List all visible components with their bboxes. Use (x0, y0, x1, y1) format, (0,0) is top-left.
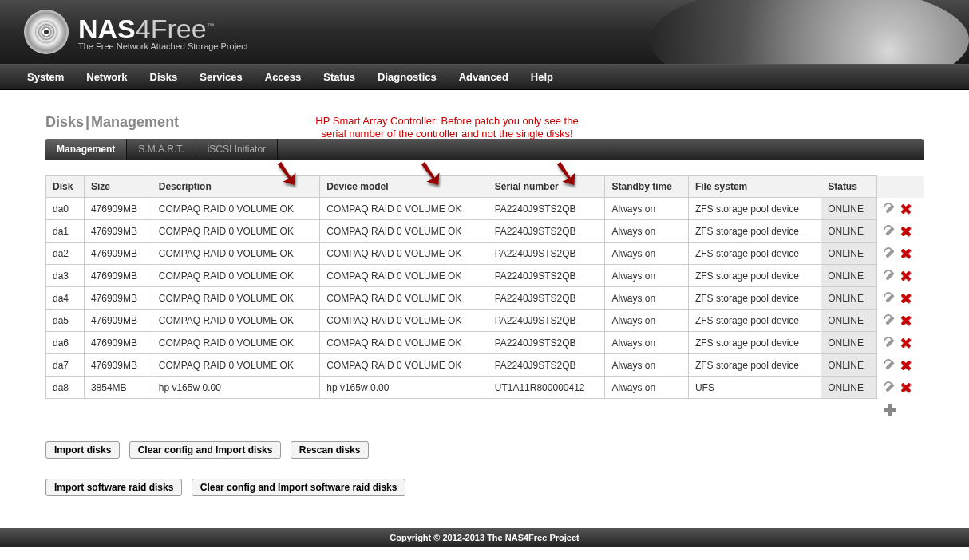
delete-icon[interactable] (900, 359, 912, 372)
cell-disk: da5 (46, 310, 85, 332)
nav-access[interactable]: Access (254, 65, 313, 89)
brand-tm: ™ (207, 21, 215, 30)
cell-fs: ZFS storage pool device (688, 220, 821, 243)
cell-size: 476909MB (84, 220, 152, 243)
cell-standby: Always on (605, 220, 688, 243)
nav-disks[interactable]: Disks (139, 65, 189, 89)
edit-icon[interactable] (884, 314, 896, 327)
disk-table: DiskSizeDescriptionDevice modelSerial nu… (45, 175, 924, 421)
cell-serial: UT1A11R800000412 (488, 377, 605, 399)
cell-disk: da2 (46, 243, 85, 265)
edit-icon[interactable] (884, 337, 896, 349)
cell-desc: COMPAQ RAID 0 VOLUME OK (152, 198, 320, 220)
delete-icon[interactable] (900, 203, 912, 215)
col-serial-number: Serial number (488, 176, 605, 198)
table-header-row: DiskSizeDescriptionDevice modelSerial nu… (46, 176, 924, 198)
cell-size: 476909MB (84, 265, 152, 287)
rescan-disks-button[interactable]: Rescan disks (291, 441, 370, 459)
cell-desc: COMPAQ RAID 0 VOLUME OK (152, 287, 320, 310)
cell-standby: Always on (605, 265, 688, 287)
col-description: Description (152, 176, 320, 198)
edit-icon[interactable] (884, 270, 896, 282)
cell-size: 3854MB (84, 377, 152, 399)
table-row: da0476909MBCOMPAQ RAID 0 VOLUME OKCOMPAQ… (46, 198, 924, 220)
delete-icon[interactable] (900, 247, 912, 260)
tab-s-m-a-r-t-[interactable]: S.M.A.R.T. (127, 139, 196, 160)
nav-system[interactable]: System (16, 65, 75, 89)
tab-management[interactable]: Management (45, 139, 127, 160)
clear-import-swraid-button[interactable]: Clear config and Import software raid di… (192, 479, 406, 496)
edit-icon[interactable] (884, 359, 896, 372)
col-status: Status (821, 176, 877, 198)
table-row: da3476909MBCOMPAQ RAID 0 VOLUME OKCOMPAQ… (46, 265, 924, 287)
cell-standby: Always on (605, 310, 688, 332)
annotation-text: HP Smart Array Controller: Before patch … (287, 115, 607, 140)
nav-advanced[interactable]: Advanced (448, 65, 520, 89)
edit-icon[interactable] (884, 292, 896, 305)
cell-fs: ZFS storage pool device (688, 310, 821, 332)
cell-serial: PA2240J9STS2QB (488, 243, 605, 265)
delete-icon[interactable] (900, 292, 912, 305)
cell-standby: Always on (605, 198, 688, 220)
cell-fs: ZFS storage pool device (688, 198, 821, 220)
nav-status[interactable]: Status (312, 65, 366, 89)
nav-services[interactable]: Services (188, 65, 254, 89)
col-disk: Disk (46, 176, 85, 198)
edit-icon[interactable] (884, 247, 896, 260)
cell-model: COMPAQ RAID 0 VOLUME OK (320, 265, 488, 287)
cell-desc: COMPAQ RAID 0 VOLUME OK (152, 332, 320, 354)
delete-icon[interactable] (900, 337, 912, 349)
col-device-model: Device model (320, 176, 488, 198)
cell-status: ONLINE (821, 220, 877, 243)
edit-icon[interactable] (884, 203, 896, 215)
cell-status: ONLINE (821, 243, 877, 265)
cell-serial: PA2240J9STS2QB (488, 310, 605, 332)
edit-icon[interactable] (884, 381, 896, 394)
cell-size: 476909MB (84, 332, 152, 354)
add-row (46, 399, 924, 421)
cell-serial: PA2240J9STS2QB (488, 198, 605, 220)
brand-tagline: The Free Network Attached Storage Projec… (78, 41, 248, 51)
cell-model: COMPAQ RAID 0 VOLUME OK (320, 287, 488, 310)
cell-desc: COMPAQ RAID 0 VOLUME OK (152, 354, 320, 377)
add-icon[interactable] (884, 404, 896, 416)
cell-serial: PA2240J9STS2QB (488, 265, 605, 287)
tab-iscsi-initiator[interactable]: iSCSI Initiator (196, 139, 278, 160)
cell-model: hp v165w 0.00 (320, 377, 488, 399)
nav-diagnostics[interactable]: Diagnostics (366, 65, 448, 89)
cell-size: 476909MB (84, 310, 152, 332)
cell-serial: PA2240J9STS2QB (488, 332, 605, 354)
nav-network[interactable]: Network (75, 65, 138, 89)
col-file-system: File system (688, 176, 821, 198)
cell-status: ONLINE (821, 332, 877, 354)
logo-text: NAS4Free™ The Free Network Attached Stor… (78, 14, 248, 51)
cell-disk: da8 (46, 377, 85, 399)
cell-model: COMPAQ RAID 0 VOLUME OK (320, 220, 488, 243)
cell-disk: da7 (46, 354, 85, 377)
cell-model: COMPAQ RAID 0 VOLUME OK (320, 354, 488, 377)
delete-icon[interactable] (900, 225, 912, 238)
cell-status: ONLINE (821, 377, 877, 399)
delete-icon[interactable] (900, 381, 912, 394)
cell-model: COMPAQ RAID 0 VOLUME OK (320, 332, 488, 354)
cell-disk: da0 (46, 198, 85, 220)
brand-thin: 4Free (136, 14, 207, 44)
import-disks-button[interactable]: Import disks (45, 441, 120, 459)
edit-icon[interactable] (884, 225, 896, 238)
delete-icon[interactable] (900, 270, 912, 282)
cell-model: COMPAQ RAID 0 VOLUME OK (320, 243, 488, 265)
table-row: da5476909MBCOMPAQ RAID 0 VOLUME OKCOMPAQ… (46, 310, 924, 332)
cell-model: COMPAQ RAID 0 VOLUME OK (320, 198, 488, 220)
cell-fs: ZFS storage pool device (688, 287, 821, 310)
cell-desc: COMPAQ RAID 0 VOLUME OK (152, 243, 320, 265)
cell-desc: COMPAQ RAID 0 VOLUME OK (152, 310, 320, 332)
cell-fs: ZFS storage pool device (688, 243, 821, 265)
clear-import-disks-button[interactable]: Clear config and Import disks (129, 441, 282, 459)
nav-help[interactable]: Help (520, 65, 564, 89)
cell-serial: PA2240J9STS2QB (488, 354, 605, 377)
cell-disk: da6 (46, 332, 85, 354)
import-swraid-button[interactable]: Import software raid disks (45, 479, 182, 496)
delete-icon[interactable] (900, 314, 912, 327)
app-header: NAS4Free™ The Free Network Attached Stor… (0, 0, 969, 64)
cell-fs: ZFS storage pool device (688, 332, 821, 354)
